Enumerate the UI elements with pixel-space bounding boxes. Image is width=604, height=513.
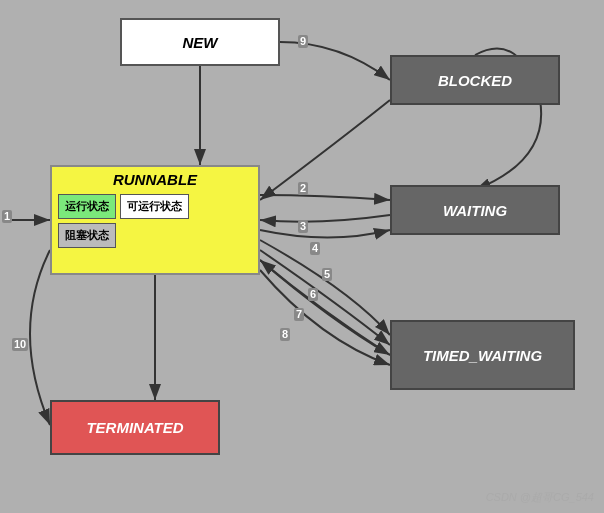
sub-blocked-state: 阻塞状态 bbox=[58, 223, 116, 248]
label-10: 10 bbox=[12, 338, 28, 351]
node-timed-waiting: TIMED_WAITING bbox=[390, 320, 575, 390]
label-7: 7 bbox=[294, 308, 304, 321]
label-1: 1 bbox=[2, 210, 12, 223]
node-waiting-label: WAITING bbox=[443, 202, 507, 219]
node-runnable: RUNNABLE 运行状态 可运行状态 阻塞状态 bbox=[50, 165, 260, 275]
node-waiting: WAITING bbox=[390, 185, 560, 235]
node-blocked-label: BLOCKED bbox=[438, 72, 512, 89]
node-blocked: BLOCKED bbox=[390, 55, 560, 105]
label-2: 2 bbox=[298, 182, 308, 195]
label-4: 4 bbox=[310, 242, 320, 255]
node-runnable-inner: 运行状态 可运行状态 bbox=[58, 194, 189, 219]
diagram-container: 1 9 2 3 4 5 6 7 8 10 NEW BLOCKED RUNNABL… bbox=[0, 0, 604, 513]
node-new: NEW bbox=[120, 18, 280, 66]
label-3: 3 bbox=[298, 220, 308, 233]
node-runnable-title: RUNNABLE bbox=[58, 171, 252, 188]
sub-running: 运行状态 bbox=[58, 194, 116, 219]
label-9: 9 bbox=[298, 35, 308, 48]
label-8: 8 bbox=[280, 328, 290, 341]
label-6: 6 bbox=[308, 288, 318, 301]
node-terminated-label: TERMINATED bbox=[86, 419, 183, 436]
node-terminated: TERMINATED bbox=[50, 400, 220, 455]
watermark: CSDN @超哥CG_544 bbox=[486, 490, 594, 505]
node-timed-waiting-label: TIMED_WAITING bbox=[423, 347, 542, 364]
label-5: 5 bbox=[322, 268, 332, 281]
sub-runnable: 可运行状态 bbox=[120, 194, 189, 219]
node-new-label: NEW bbox=[183, 34, 218, 51]
